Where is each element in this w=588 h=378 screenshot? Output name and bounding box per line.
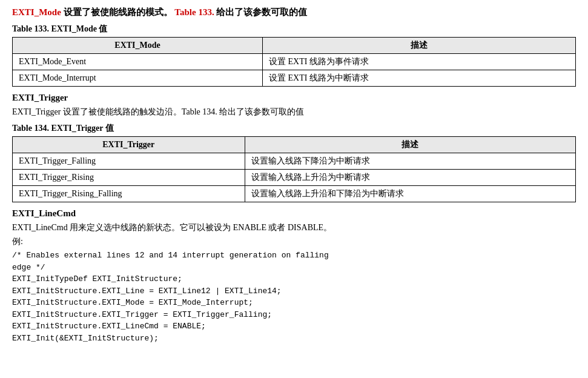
code-block: /* Enables external lines 12 and 14 inte… bbox=[12, 250, 576, 344]
example-label: 例: bbox=[12, 236, 576, 247]
table133-caption: Table 133. EXTI_Mode 值 bbox=[12, 24, 576, 35]
header-exti-mode: EXTI_Mode bbox=[12, 7, 61, 17]
header-text2: 设置了被使能线路的模式。 bbox=[61, 7, 175, 17]
section-linecmd-body: EXTI_LineCmd 用来定义选中线路的新状态。它可以被设为 ENABLE … bbox=[12, 221, 576, 234]
table134-cell-col1: EXTI_Trigger_Rising bbox=[13, 170, 245, 186]
section-trigger-body: EXTI_Trigger 设置了被使能线路的触发边沿。Table 134. 给出… bbox=[12, 105, 576, 118]
header-line: EXTI_Mode 设置了被使能线路的模式。 Table 133. 给出了该参数… bbox=[12, 6, 576, 19]
table134-caption: Table 134. EXTI_Trigger 值 bbox=[12, 123, 576, 134]
table-row: EXTI_Trigger_Rising设置输入线路上升沿为中断请求 bbox=[13, 170, 576, 186]
table133-cell-col1: EXTI_Mode_Event bbox=[13, 54, 263, 70]
table133: EXTI_Mode 描述 EXTI_Mode_Event设置 EXTI 线路为事… bbox=[12, 37, 576, 87]
table134-cell-col1: EXTI_Trigger_Falling bbox=[13, 153, 245, 170]
section-trigger-title: EXTI_Trigger bbox=[12, 93, 576, 103]
table133-col1-header: EXTI_Mode bbox=[13, 38, 263, 54]
header-table133-ref: Table 133. bbox=[174, 7, 214, 17]
table133-cell-col2: 设置 EXTI 线路为事件请求 bbox=[263, 54, 576, 70]
table133-col2-header: 描述 bbox=[263, 38, 576, 54]
table134: EXTI_Trigger 描述 EXTI_Trigger_Falling设置输入… bbox=[12, 136, 576, 202]
table-row: EXTI_Mode_Interrupt设置 EXTI 线路为中断请求 bbox=[13, 70, 576, 87]
table-row: EXTI_Trigger_Falling设置输入线路下降沿为中断请求 bbox=[13, 153, 576, 170]
table134-col1-header: EXTI_Trigger bbox=[13, 137, 245, 153]
table134-col2-header: 描述 bbox=[245, 137, 575, 153]
table133-cell-col1: EXTI_Mode_Interrupt bbox=[13, 70, 263, 87]
table134-cell-col2: 设置输入线路上升沿和下降沿为中断请求 bbox=[245, 186, 575, 202]
header-text4: 给出了该参数可取的值 bbox=[214, 7, 308, 17]
table134-cell-col2: 设置输入线路下降沿为中断请求 bbox=[245, 153, 575, 170]
section-linecmd-title: EXTI_LineCmd bbox=[12, 208, 576, 219]
table134-cell-col2: 设置输入线路上升沿为中断请求 bbox=[245, 170, 575, 186]
table-row: EXTI_Mode_Event设置 EXTI 线路为事件请求 bbox=[13, 54, 576, 70]
table-row: EXTI_Trigger_Rising_Falling设置输入线路上升沿和下降沿… bbox=[13, 186, 576, 202]
table134-cell-col1: EXTI_Trigger_Rising_Falling bbox=[13, 186, 245, 202]
table133-cell-col2: 设置 EXTI 线路为中断请求 bbox=[263, 70, 576, 87]
